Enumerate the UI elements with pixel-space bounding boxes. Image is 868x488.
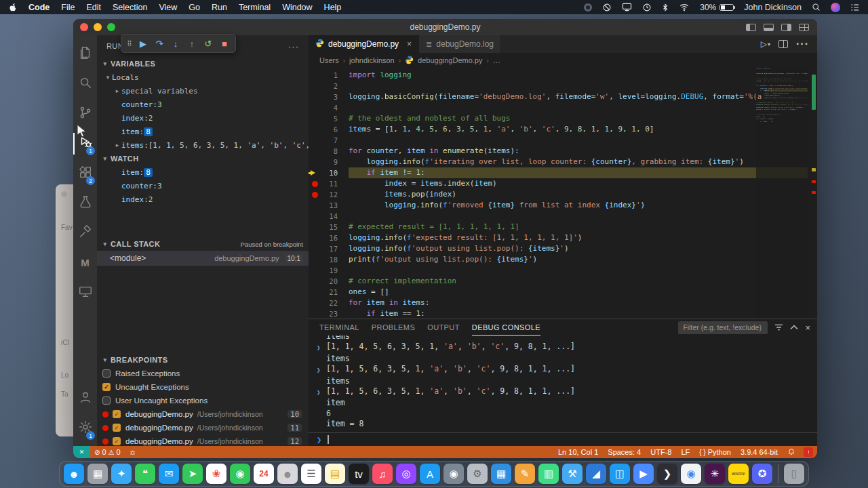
console-line[interactable]: ❯[1, 1, 4, 5, 6, 3, 5, 1, 'a', 'b', 'c',… (317, 342, 817, 353)
panel-tab-output[interactable]: OUTPUT (427, 319, 460, 336)
overview-ruler[interactable] (808, 68, 817, 319)
wifi-icon[interactable] (679, 3, 690, 12)
menu-view[interactable]: View (159, 3, 177, 12)
gutter[interactable]: 21 (309, 287, 349, 298)
user-menu[interactable]: John Dickinson (744, 3, 802, 12)
gutter[interactable]: 8 (309, 146, 349, 157)
dock-finder[interactable]: ☻ (64, 464, 84, 484)
expand-chevron-icon[interactable]: ❯ (317, 342, 326, 353)
console-line[interactable]: item = 8 (317, 419, 817, 429)
remote-indicator[interactable]: ✕ (73, 446, 90, 458)
code-line[interactable]: 22for item in items: (309, 298, 817, 308)
debug-console-output[interactable]: items❯[1, 1, 4, 5, 6, 3, 5, 1, 'a', 'b',… (309, 336, 817, 432)
variable-row[interactable]: index: 2 (97, 111, 309, 125)
breadcrumb-item[interactable]: johndickinson (349, 56, 395, 64)
code-line[interactable]: 10 if item != 1: (309, 167, 817, 178)
code-line[interactable]: 13 logging.info(f'removed {item} from li… (756, 96, 808, 99)
sidebar-more-actions-icon[interactable]: ··· (288, 41, 299, 52)
menu-terminal[interactable]: Terminal (239, 3, 271, 12)
console-line[interactable]: items (317, 376, 817, 386)
dock-terminal[interactable]: ❯ (657, 464, 677, 484)
dock-trash[interactable]: ▯ (784, 464, 804, 484)
menu-run[interactable]: Run (212, 3, 227, 12)
breakpoint-dot-icon[interactable] (312, 181, 318, 187)
console-line[interactable]: items (317, 354, 817, 364)
activity-run-and-debug[interactable]: 1 (73, 129, 97, 159)
breakpoint-item[interactable]: ✓debuggingDemo.py/Users/johndickinson10 (97, 407, 309, 421)
code-line[interactable]: 23 if item == 1: (756, 120, 808, 123)
code-line[interactable]: 17logging.info(f'output using list.pop()… (309, 243, 817, 254)
gutter[interactable]: 14 (309, 211, 349, 222)
checkbox[interactable] (102, 396, 111, 405)
dock-podcasts[interactable]: ◎ (396, 464, 416, 484)
gutter[interactable]: 16 (309, 232, 349, 243)
watch-section-header[interactable]: ▾WATCH (97, 152, 309, 165)
exception-option[interactable]: Raised Exceptions (97, 367, 309, 380)
code-editor[interactable]: 1import logging23logging.basicConfig(fil… (309, 68, 817, 319)
battery-indicator[interactable]: 30% (700, 3, 734, 12)
restart-icon[interactable]: ↺ (201, 36, 215, 51)
code-line[interactable]: 16logging.info(f'expected result: [1, 1,… (309, 232, 817, 243)
panel-tab-terminal[interactable]: TERMINAL (319, 319, 359, 336)
call-stack-section-header[interactable]: ▾CALL STACKPaused on breakpoint (97, 237, 309, 251)
menu-file[interactable]: File (61, 3, 75, 12)
checkbox[interactable]: ✓ (113, 437, 121, 445)
variables-section-header[interactable]: ▾VARIABLES (97, 57, 309, 70)
debug-toolbar[interactable]: ⠿▶↷↓↑↺■ (121, 34, 236, 53)
code-line[interactable]: 20# correct implementation (309, 276, 817, 287)
console-filter-input[interactable]: Filter (e.g. text, !exclude) (678, 321, 768, 334)
gutter[interactable]: 12 (309, 189, 349, 200)
dock-app-store[interactable]: A (420, 464, 440, 484)
code-line[interactable]: 9 logging.info(f'iterating over list, lo… (309, 157, 817, 167)
split-editor-icon[interactable] (778, 40, 788, 48)
gutter[interactable]: 5 (309, 113, 349, 124)
dock-photo-booth[interactable]: ◉ (443, 464, 464, 484)
dock-docker[interactable]: ◫ (610, 464, 630, 484)
menu-help[interactable]: Help (324, 3, 342, 12)
continue-icon[interactable]: ▶ (136, 36, 150, 51)
dock-messages[interactable]: ❝ (135, 464, 155, 484)
debug-console-input[interactable]: ❯ (309, 432, 817, 446)
call-stack-frame[interactable]: <module>debuggingDemo.py10:1 (97, 251, 309, 266)
expand-chevron-icon[interactable]: ❯ (317, 386, 326, 398)
code-line[interactable]: 21ones = [] (309, 287, 817, 298)
title-bar[interactable]: debuggingDemo.py (73, 19, 817, 35)
display-icon[interactable] (622, 3, 632, 12)
activity-remote-explorer[interactable] (73, 278, 97, 308)
maximize-panel-icon[interactable] (790, 325, 798, 330)
eol-status[interactable]: LF (677, 448, 694, 456)
menu-go[interactable]: Go (189, 3, 200, 12)
minimap[interactable]: 1import logging23logging.basicConfig(fil… (756, 68, 808, 319)
zoom-window-button[interactable] (107, 23, 115, 31)
activity-testing[interactable] (73, 188, 97, 218)
activity-source-control[interactable] (73, 99, 97, 129)
console-line[interactable]: ❯[1, 1, 5, 6, 3, 5, 1, 'a', 'b', 'c', 9,… (317, 386, 817, 398)
step-out-icon[interactable]: ↑ (185, 36, 199, 51)
gutter[interactable]: 23 (309, 308, 349, 319)
checkbox[interactable]: ✓ (113, 410, 121, 418)
console-line[interactable]: ❯[1, 1, 5, 6, 3, 5, 1, 'a', 'b', 'c', 9,… (317, 364, 817, 375)
dock-music[interactable]: ♫ (372, 464, 393, 484)
checkbox[interactable]: ✓ (113, 424, 121, 432)
dock-calendar[interactable]: 24 (254, 464, 274, 484)
gutter[interactable]: 15 (309, 222, 349, 232)
activity-extension-m[interactable]: M (73, 248, 97, 278)
gutter[interactable]: 11 (309, 178, 349, 189)
line-col-status[interactable]: Ln 10, Col 1 (554, 448, 602, 456)
dock-safari[interactable]: ✦ (111, 464, 132, 484)
gutter[interactable]: 19 (309, 265, 349, 276)
dock-xcode[interactable]: ⚒ (562, 464, 583, 484)
dock-system-preferences[interactable]: ⚙ (467, 464, 488, 484)
toggle-sidebar-icon[interactable] (746, 24, 756, 31)
spotlight-icon[interactable] (812, 3, 821, 12)
gutter[interactable]: 1 (309, 70, 349, 81)
breakpoints-section-header[interactable]: ▾BREAKPOINTS (97, 353, 309, 367)
bluetooth-icon[interactable] (662, 3, 669, 12)
code-line[interactable]: 12 items.pop(index) (309, 189, 817, 200)
panel-tab-problems[interactable]: PROBLEMS (372, 319, 415, 336)
dock-keynote[interactable]: ▦ (491, 464, 511, 484)
code-line[interactable]: 18print(f'output using list.pop(): {item… (309, 254, 817, 265)
variable-row[interactable]: index: 2 (97, 192, 309, 206)
tab-debuggingDemo.py[interactable]: debuggingDemo.py× (309, 35, 419, 53)
code-line[interactable]: 15# expected result = [1, 1, 1, 1, 1, 1] (309, 222, 817, 232)
